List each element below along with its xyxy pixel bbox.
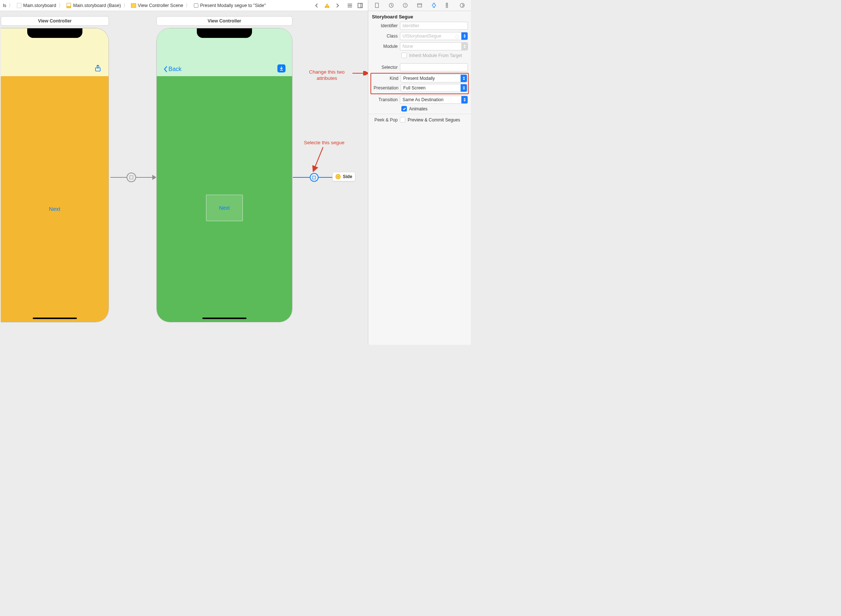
inspector-panel: ? Storyboard Segue Identifier Class UISt… — [368, 0, 471, 345]
peekpop-label: Peek & Pop — [371, 117, 398, 123]
chevron-right-icon: 〉 — [8, 2, 14, 9]
adjust-editor-icon[interactable] — [357, 2, 363, 9]
svg-rect-2 — [358, 3, 362, 8]
highlighted-attributes-box: Kind Present Modally Presentation Full S… — [371, 73, 469, 94]
chevron-updown-icon[interactable] — [462, 96, 467, 103]
chevron-right-icon: 〉 — [123, 2, 129, 9]
storyboard-base-file-icon — [66, 3, 72, 8]
crumb-text: Present Modally segue to "Side" — [200, 3, 266, 8]
separator — [368, 114, 471, 114]
nav-forward-icon[interactable] — [334, 2, 341, 9]
connections-inspector-tab[interactable] — [458, 1, 467, 10]
scene2-view-controller[interactable]: Back Next — [156, 28, 293, 322]
scene1-view-controller[interactable]: Next — [1, 28, 109, 322]
presentation-label: Presentation — [372, 85, 399, 91]
svg-rect-1 — [327, 7, 327, 7]
download-icon[interactable] — [277, 65, 286, 72]
size-inspector-tab[interactable] — [444, 1, 453, 10]
home-indicator — [202, 318, 246, 319]
identifier-field[interactable] — [400, 22, 468, 30]
module-combobox[interactable]: None — [400, 42, 468, 50]
checkbox-label: Animates — [409, 106, 428, 111]
animates-checkbox[interactable] — [401, 106, 407, 111]
inspector-tabs: ? — [368, 0, 471, 11]
scene2-container-view[interactable]: Next — [206, 195, 243, 221]
crumb-main-storyboard-base[interactable]: Main.storyboard (Base) 〉 — [66, 2, 129, 9]
selector-field[interactable] — [400, 63, 468, 71]
arrowhead-icon — [152, 175, 156, 180]
identifier-label: Identifier — [371, 23, 398, 28]
segue-scene1-to-scene2[interactable] — [110, 172, 156, 183]
chevron-updown-icon[interactable] — [462, 32, 467, 40]
checkbox-label: Preview & Commit Segues — [407, 117, 460, 123]
scene1-next-button[interactable]: Next — [49, 206, 60, 212]
svg-rect-12 — [418, 4, 422, 7]
breadcrumb-bar: ls 〉 Main.storyboard 〉 Main.storyboard (… — [0, 0, 368, 11]
kind-label: Kind — [372, 76, 399, 81]
inspector-section-title: Storyboard Segue — [368, 11, 471, 22]
svg-rect-8 — [375, 3, 378, 7]
module-label: Module — [371, 44, 398, 49]
scene2-title[interactable]: View Controller — [156, 16, 293, 26]
inherit-module-checkbox[interactable] — [401, 53, 407, 58]
svg-rect-14 — [446, 3, 448, 7]
attributes-inspector-tab[interactable] — [429, 1, 438, 10]
file-inspector-tab[interactable] — [372, 1, 381, 10]
phone-notch — [27, 28, 82, 38]
crumb-scene[interactable]: View Controller Scene 〉 — [130, 2, 192, 9]
scene1-body: Next — [1, 76, 108, 322]
scene1-title[interactable]: View Controller — [1, 16, 109, 26]
class-label: Class — [371, 34, 398, 39]
crumb-text: Main.storyboard (Base) — [73, 3, 121, 8]
history-inspector-tab[interactable] — [387, 1, 396, 10]
svg-line-6 — [314, 147, 323, 171]
button-label: Next — [49, 206, 60, 212]
phone-notch — [197, 28, 252, 38]
scene-title-label: View Controller — [208, 18, 241, 23]
scene-title-label: View Controller — [38, 18, 71, 23]
crumb-text: Main.storyboard — [23, 3, 56, 8]
button-label: Next — [219, 205, 230, 211]
identity-inspector-tab[interactable] — [415, 1, 424, 10]
clear-icon[interactable]: ◌ — [454, 34, 460, 39]
crumb-partial[interactable]: ls 〉 — [2, 2, 15, 9]
storyboard-file-icon — [16, 3, 22, 8]
presentation-combobox[interactable]: Full Screen — [401, 84, 467, 92]
checkbox-label: Inherit Module From Target — [409, 53, 462, 58]
svg-text:?: ? — [404, 4, 406, 7]
inspector-body: Identifier Class UIStoryboardSegue ◌ Mod… — [368, 22, 471, 129]
chevron-updown-icon[interactable] — [461, 75, 467, 82]
combo-value: Present Modally — [403, 76, 435, 81]
back-button[interactable]: Back — [163, 66, 182, 72]
topbar-right-controls — [314, 2, 366, 9]
warning-icon[interactable] — [324, 2, 330, 9]
annotation-arrow-icon — [311, 147, 326, 175]
segue-node-icon — [126, 173, 136, 182]
crumb-text: ls — [3, 3, 6, 8]
class-combobox[interactable]: UIStoryboardSegue ◌ — [400, 32, 468, 40]
back-label: Back — [168, 66, 182, 72]
kind-combobox[interactable]: Present Modally — [401, 74, 467, 82]
chevron-right-icon: 〉 — [185, 2, 191, 9]
combo-value: UIStoryboardSegue — [403, 34, 441, 39]
storyboard-reference-icon — [336, 174, 341, 179]
outline-toggle-icon[interactable] — [347, 2, 353, 9]
reference-label: Side — [343, 174, 352, 179]
help-inspector-tab[interactable]: ? — [401, 1, 410, 10]
peekpop-checkbox[interactable] — [400, 117, 406, 123]
svg-rect-0 — [327, 5, 327, 6]
segue-object-icon — [193, 3, 199, 8]
chevron-updown-icon[interactable] — [462, 43, 467, 50]
combo-value: Same As Destination — [403, 97, 443, 102]
scene2-body: Next — [157, 76, 292, 322]
storyboard-canvas[interactable]: View Controller Next View Controller Bac — [0, 11, 368, 345]
annotation-arrow-icon — [352, 71, 368, 75]
storyboard-reference-side[interactable]: Side — [332, 172, 355, 182]
transition-combobox[interactable]: Same As Destination — [400, 96, 468, 104]
chevron-updown-icon[interactable] — [461, 84, 467, 92]
annotation-change-attrs: Change this two attributes — [309, 69, 345, 82]
crumb-segue[interactable]: Present Modally segue to "Side" — [192, 3, 266, 8]
nav-back-icon[interactable] — [314, 2, 320, 9]
share-icon[interactable] — [94, 64, 102, 72]
crumb-main-storyboard[interactable]: Main.storyboard 〉 — [15, 2, 65, 9]
